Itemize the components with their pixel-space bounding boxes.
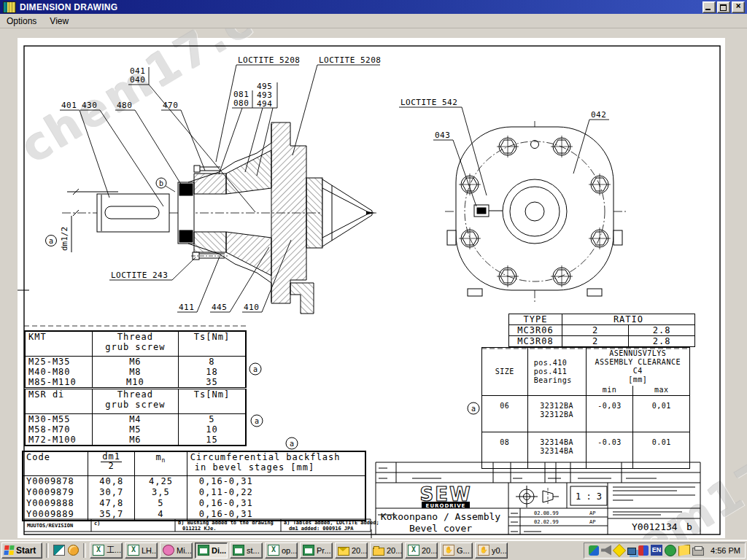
menu-options[interactable]: Options: [0, 15, 43, 27]
scheduler-icon[interactable]: [665, 545, 676, 556]
taskbar-button-dimension-drawing[interactable]: Di...: [195, 542, 228, 559]
start-label: Start: [16, 545, 36, 556]
printer-icon[interactable]: [692, 548, 704, 556]
taskbar-separator: [46, 543, 49, 558]
folder-icon: [373, 548, 384, 556]
start-button[interactable]: Start: [1, 542, 42, 559]
antivirus-icon[interactable]: [613, 543, 626, 556]
type-ratio-table: TYPERATIO MC3R0622.8 MC3R0822.8: [508, 314, 695, 347]
taskbar-button-9[interactable]: 20...: [370, 542, 403, 559]
close-button[interactable]: [732, 1, 745, 13]
quick-launch-desktop-icon[interactable]: [53, 544, 65, 556]
excel-icon: [128, 545, 139, 556]
quick-launch-clock-icon[interactable]: [67, 544, 80, 556]
taskbar-button-5[interactable]: st...: [230, 542, 263, 559]
taskbar-button-7[interactable]: Pr...: [300, 542, 333, 559]
system-tray: EN 4:56 PM: [584, 542, 746, 559]
taskbar-button-11[interactable]: G...: [440, 542, 473, 559]
taskbar: Start 工... LH... Mi... Di... st... op...…: [0, 540, 747, 560]
app-icon: [3, 1, 16, 13]
display-icon[interactable]: [638, 545, 649, 556]
excel-icon: [93, 545, 104, 556]
menu-view[interactable]: View: [43, 15, 75, 27]
hand-icon: [443, 545, 454, 556]
tray-app-icon[interactable]: [589, 545, 599, 556]
taskbar-button-2[interactable]: LH...: [125, 542, 158, 559]
code-backflash-table: Code dm12 mn Circumferential backflashin…: [22, 451, 366, 521]
excel-icon: [408, 545, 419, 556]
taskbar-button-3[interactable]: Mi...: [160, 542, 193, 559]
network-icon[interactable]: [627, 548, 636, 555]
taskbar-button-12[interactable]: y0...: [475, 542, 508, 559]
windows-logo-icon: [4, 545, 14, 555]
assembly-clearance-table: SIZE pos.410pos.411Bearings ASENNUSV7LYS…: [481, 347, 690, 469]
app-window-icon: [198, 545, 209, 556]
app-pink-icon: [163, 545, 174, 556]
taskbar-button-8[interactable]: 20...: [335, 542, 368, 559]
restore-button[interactable]: [717, 1, 730, 13]
language-indicator[interactable]: EN: [651, 545, 662, 556]
mail-icon: [338, 547, 349, 556]
minimize-button[interactable]: [703, 1, 716, 13]
messenger-icon[interactable]: [678, 545, 690, 556]
clock[interactable]: 4:56 PM: [706, 546, 740, 555]
taskbar-button-6[interactable]: op...: [265, 542, 298, 559]
title-bar[interactable]: DIMENSION DRAWING: [0, 0, 747, 14]
app-window-icon: [233, 545, 244, 556]
app-window-icon: [303, 545, 314, 556]
volume-icon[interactable]: [601, 545, 611, 556]
taskbar-button-1[interactable]: 工...: [90, 542, 123, 559]
taskbar-separator: [83, 543, 86, 558]
window-title: DIMENSION DRAWING: [20, 2, 117, 12]
menu-bar: Options View: [0, 14, 747, 28]
desktop: { "window": { "title": "DIMENSION DRAWIN…: [0, 0, 747, 560]
hand-icon: [478, 545, 489, 556]
grub-screw-torque-table: KMT Threadgrub screw Ts[Nm] M25-M35M68 M…: [24, 330, 247, 446]
taskbar-button-10[interactable]: 20...: [405, 542, 438, 559]
excel-icon: [268, 545, 279, 556]
